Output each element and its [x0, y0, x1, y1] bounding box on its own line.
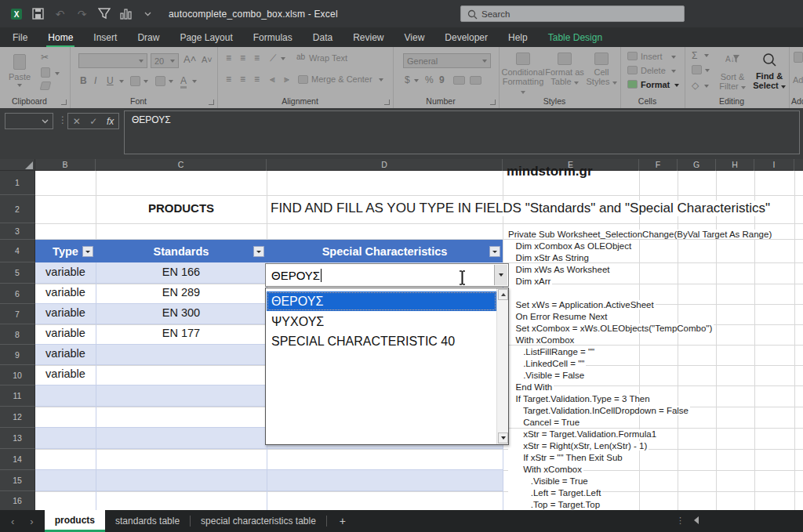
cell-styles-button[interactable]: CellStyles: [584, 47, 619, 86]
row-header-14[interactable]: 14: [0, 449, 35, 470]
dropdown-scrollbar[interactable]: [496, 288, 508, 444]
tab-developer[interactable]: Developer: [445, 32, 488, 43]
column-header-F[interactable]: F: [639, 159, 678, 171]
cell-C5[interactable]: EN 166: [96, 266, 267, 278]
select-all-button[interactable]: [0, 159, 35, 171]
table-header-standards[interactable]: Standards: [96, 240, 267, 262]
format-dropdown-icon[interactable]: [674, 84, 679, 87]
align-right-button[interactable]: ≡: [254, 74, 260, 85]
sheet-tab-standards-table[interactable]: standards table: [105, 510, 190, 532]
column-header-D[interactable]: D: [267, 159, 503, 171]
format-as-table-button[interactable]: Format asTable: [545, 47, 584, 86]
column-header-I[interactable]: I: [754, 159, 794, 171]
number-dialog-launcher[interactable]: [490, 100, 496, 105]
font-dialog-launcher[interactable]: [209, 100, 214, 105]
tab-help[interactable]: Help: [508, 32, 528, 43]
autosum-button[interactable]: Σ: [692, 50, 697, 61]
orientation-dropdown-icon[interactable]: [281, 57, 285, 60]
save-icon[interactable]: [31, 7, 45, 20]
decrease-decimal-button[interactable]: [470, 76, 481, 85]
comma-style-button[interactable]: 9: [439, 74, 445, 85]
formula-input[interactable]: ΘΕΡΟΥΣ: [124, 110, 800, 154]
clipboard-dialog-launcher[interactable]: [61, 100, 67, 105]
sheet-tab-special-characteristics-table[interactable]: special characteristics table: [191, 510, 326, 532]
next-sheet-icon[interactable]: ›: [30, 516, 33, 527]
insert-function-icon[interactable]: fx: [107, 116, 114, 127]
delete-dropdown-icon[interactable]: [671, 70, 676, 73]
cell-B5[interactable]: variable: [35, 266, 96, 278]
tab-draw[interactable]: Draw: [137, 32, 159, 43]
filter-button-type[interactable]: [82, 246, 93, 257]
align-top-button[interactable]: ≡: [226, 52, 231, 63]
scroll-left-icon[interactable]: [693, 516, 699, 524]
fill-dropdown-icon[interactable]: [705, 69, 710, 72]
row-header-1[interactable]: 1: [0, 171, 35, 195]
row-header-15[interactable]: 15: [0, 470, 35, 491]
cell-C7[interactable]: EN 300: [96, 306, 267, 319]
cell-E1[interactable]: mindstorm.gr: [507, 164, 593, 179]
underline-dropdown-icon[interactable]: [119, 80, 124, 83]
cell-D2[interactable]: FIND AND FILL AS YOU TYPE IN FIELDS "Sta…: [271, 201, 770, 216]
row-header-12[interactable]: 12: [0, 407, 35, 428]
align-left-button[interactable]: ≡: [226, 74, 231, 85]
cell-B10[interactable]: variable: [35, 367, 96, 380]
qat-customize-chevron-icon[interactable]: [141, 7, 154, 20]
italic-button[interactable]: I: [94, 75, 96, 86]
row-header-9[interactable]: 9: [0, 345, 35, 365]
merge-center-dropdown-icon[interactable]: [379, 78, 383, 81]
name-box-dropdown-icon[interactable]: [42, 119, 49, 124]
scroll-up-icon[interactable]: [498, 289, 508, 300]
align-center-button[interactable]: ≡: [240, 74, 245, 85]
align-middle-button[interactable]: ≡: [240, 52, 245, 63]
row-header-7[interactable]: 7: [0, 304, 35, 324]
autosum-dropdown-icon[interactable]: [704, 54, 709, 57]
dropdown-option-2[interactable]: ΨΥΧΟΥΣ: [267, 312, 496, 331]
bold-button[interactable]: B: [80, 75, 87, 86]
row-header-5[interactable]: 5: [0, 262, 35, 284]
dropdown-option-3[interactable]: SPECIAL CHARACTERISTIC 40: [267, 331, 496, 351]
underline-button[interactable]: U: [107, 75, 114, 86]
tab-insert[interactable]: Insert: [93, 32, 117, 43]
delete-cells-button[interactable]: Delete: [641, 66, 666, 75]
tab-review[interactable]: Review: [353, 32, 383, 43]
tab-view[interactable]: View: [405, 32, 425, 43]
tab-home[interactable]: Home: [48, 32, 73, 43]
column-header-G[interactable]: G: [678, 159, 716, 171]
column-header-partial[interactable]: [794, 159, 803, 171]
row-header-4[interactable]: 4: [0, 240, 35, 262]
prev-sheet-icon[interactable]: ‹: [11, 516, 14, 527]
row-header-6[interactable]: 6: [0, 284, 35, 304]
merge-center-button[interactable]: Merge & Center: [311, 74, 372, 84]
table-header-special-characteristics[interactable]: Special Characteristics: [267, 240, 503, 262]
increase-decimal-button[interactable]: [453, 76, 465, 85]
row-header-11[interactable]: 11: [0, 385, 35, 407]
accounting-dropdown-icon[interactable]: [414, 79, 419, 82]
fill-color-dropdown-icon[interactable]: [169, 80, 173, 83]
filter-button-standards[interactable]: [253, 246, 264, 257]
scroll-down-icon[interactable]: [498, 432, 508, 443]
add-sheet-button[interactable]: +: [327, 510, 358, 532]
cell-C6[interactable]: EN 289: [96, 286, 267, 299]
column-header-C[interactable]: C: [96, 159, 267, 171]
column-header-H[interactable]: H: [716, 159, 754, 171]
format-painter-button[interactable]: [40, 81, 52, 90]
search-box[interactable]: [460, 5, 685, 22]
paste-button[interactable]: Paste: [6, 49, 33, 87]
formula-bar-splitter[interactable]: ⋮: [58, 114, 67, 125]
cell-B7[interactable]: variable: [35, 306, 96, 319]
row-header-2[interactable]: 2: [0, 195, 35, 223]
clear-dropdown-icon[interactable]: [704, 85, 709, 88]
row-header-13[interactable]: 13: [0, 428, 35, 449]
alignment-dialog-launcher[interactable]: [384, 100, 390, 105]
copy-button[interactable]: [41, 67, 50, 78]
decrease-indent-button[interactable]: ⫷: [270, 74, 275, 85]
row-header-16[interactable]: 16: [0, 491, 35, 510]
font-color-dropdown-icon[interactable]: [192, 80, 197, 83]
accounting-format-button[interactable]: $: [405, 74, 410, 85]
tabbar-splitter[interactable]: ⋮: [676, 516, 685, 526]
cell-B9[interactable]: variable: [35, 347, 96, 360]
combobox-input[interactable]: ΘΕΡΟΥΣ: [265, 263, 509, 287]
percent-style-button[interactable]: %: [425, 74, 434, 85]
cell-B6[interactable]: variable: [35, 286, 96, 299]
fill-button[interactable]: [692, 65, 702, 74]
